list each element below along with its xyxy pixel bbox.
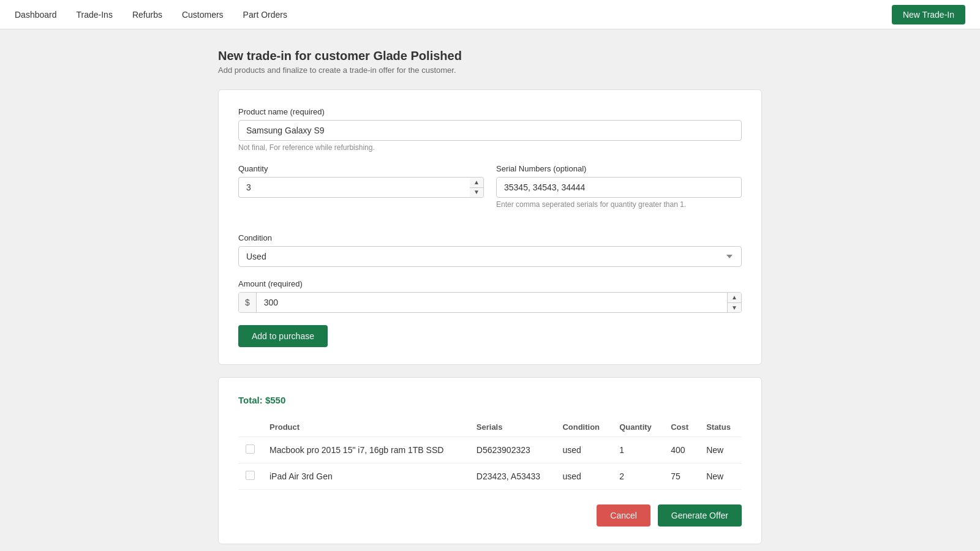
- row1-condition: used: [555, 437, 612, 463]
- generate-offer-button[interactable]: Generate Offer: [658, 504, 742, 527]
- amount-spinner-buttons: ▲ ▼: [727, 293, 741, 312]
- amount-group: Amount (required) $ ▲ ▼: [238, 279, 742, 313]
- serial-hint: Enter comma seperated serials for quanti…: [496, 200, 742, 209]
- serial-label: Serial Numbers (optional): [496, 164, 742, 173]
- summary-card: Total: $550 Product Serials Condition Qu…: [218, 377, 762, 544]
- page-title: New trade-in for customer Glade Polished: [218, 49, 762, 63]
- table-row: iPad Air 3rd Gen D23423, A53433 used 2 7…: [238, 463, 742, 490]
- add-to-purchase-button[interactable]: Add to purchase: [238, 325, 328, 347]
- condition-label: Condition: [238, 233, 742, 242]
- product-name-hint: Not final, For reference while refurbish…: [238, 143, 742, 152]
- product-name-input[interactable]: [238, 120, 742, 141]
- nav-links: Dashboard Trade-Ins Refurbs Customers Pa…: [15, 10, 287, 20]
- products-table: Product Serials Condition Quantity Cost …: [238, 418, 742, 490]
- header-condition: Condition: [555, 418, 612, 437]
- nav-part-orders[interactable]: Part Orders: [243, 10, 287, 20]
- main-content: New trade-in for customer Glade Polished…: [208, 29, 772, 551]
- quantity-label: Quantity: [238, 164, 484, 173]
- nav-trade-ins[interactable]: Trade-Ins: [77, 10, 113, 20]
- product-name-label: Product name (required): [238, 107, 742, 116]
- new-tradein-button[interactable]: New Trade-In: [892, 5, 965, 24]
- quantity-serial-row: Quantity ▲ ▼ Serial Numbers (optional) E…: [238, 164, 742, 221]
- table-body: Macbook pro 2015 15" i7, 16gb ram 1TB SS…: [238, 437, 742, 490]
- header-quantity: Quantity: [612, 418, 663, 437]
- amount-increment[interactable]: ▲: [728, 293, 741, 303]
- row1-serials: D5623902323: [469, 437, 556, 463]
- header-product: Product: [262, 418, 469, 437]
- serial-input[interactable]: [496, 177, 742, 198]
- row2-serials: D23423, A53433: [469, 463, 556, 490]
- row1-checkbox-cell: [238, 437, 262, 463]
- navbar: Dashboard Trade-Ins Refurbs Customers Pa…: [0, 0, 980, 29]
- row2-condition: used: [555, 463, 612, 490]
- nav-dashboard[interactable]: Dashboard: [15, 10, 57, 20]
- header-serials: Serials: [469, 418, 556, 437]
- amount-decrement[interactable]: ▼: [728, 303, 741, 313]
- product-name-group: Product name (required) Not final, For r…: [238, 107, 742, 152]
- row2-checkbox-cell: [238, 463, 262, 490]
- condition-select[interactable]: Used New Broken Parts Only: [238, 246, 742, 267]
- header-cost: Cost: [663, 418, 699, 437]
- serial-group: Serial Numbers (optional) Enter comma se…: [496, 164, 742, 209]
- page-subtitle: Add products and finalize to create a tr…: [218, 66, 762, 75]
- amount-wrapper: $ ▲ ▼: [238, 292, 742, 313]
- row1-cost: 400: [663, 437, 699, 463]
- row1-checkbox[interactable]: [246, 444, 255, 454]
- total-label: Total: $550: [238, 395, 742, 405]
- header-checkbox-col: [238, 418, 262, 437]
- amount-label: Amount (required): [238, 279, 742, 288]
- dollar-prefix: $: [239, 293, 257, 312]
- row2-quantity: 2: [612, 463, 663, 490]
- row1-quantity: 1: [612, 437, 663, 463]
- cancel-button[interactable]: Cancel: [597, 504, 650, 527]
- quantity-spinner-buttons: ▲ ▼: [470, 177, 484, 198]
- amount-input[interactable]: [257, 293, 727, 312]
- table-header: Product Serials Condition Quantity Cost …: [238, 418, 742, 437]
- row2-checkbox[interactable]: [246, 471, 255, 480]
- row2-product: iPad Air 3rd Gen: [262, 463, 469, 490]
- row2-status: New: [699, 463, 742, 490]
- form-card: Product name (required) Not final, For r…: [218, 89, 762, 365]
- quantity-decrement[interactable]: ▼: [470, 188, 483, 198]
- condition-group: Condition Used New Broken Parts Only: [238, 233, 742, 267]
- nav-customers[interactable]: Customers: [182, 10, 224, 20]
- row1-status: New: [699, 437, 742, 463]
- nav-refurbs[interactable]: Refurbs: [132, 10, 162, 20]
- quantity-increment[interactable]: ▲: [470, 178, 483, 188]
- footer-actions: Cancel Generate Offer: [238, 504, 742, 527]
- quantity-group: Quantity ▲ ▼: [238, 164, 484, 209]
- table-row: Macbook pro 2015 15" i7, 16gb ram 1TB SS…: [238, 437, 742, 463]
- quantity-input[interactable]: [238, 177, 470, 198]
- row2-cost: 75: [663, 463, 699, 490]
- products-table-container: Product Serials Condition Quantity Cost …: [238, 418, 742, 490]
- header-status: Status: [699, 418, 742, 437]
- row1-product: Macbook pro 2015 15" i7, 16gb ram 1TB SS…: [262, 437, 469, 463]
- quantity-spinner-wrapper: ▲ ▼: [238, 177, 484, 198]
